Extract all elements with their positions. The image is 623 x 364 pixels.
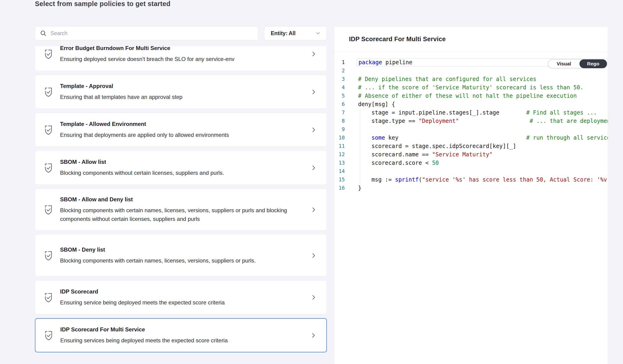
shield-check-icon	[44, 125, 53, 135]
entity-filter-dropdown[interactable]: Entity: All	[264, 26, 327, 41]
policy-title: Error Budget Burndown For Multi Service	[60, 46, 234, 52]
line-number: 5	[334, 92, 345, 100]
search-box[interactable]	[35, 26, 258, 41]
policy-desc: Ensuring that deployments are applied on…	[60, 130, 229, 139]
policy-title: IDP Scorecard	[60, 288, 225, 295]
line-number: 13	[334, 159, 345, 167]
shield-check-icon	[44, 87, 53, 97]
policy-list-item-selected[interactable]: IDP Scorecard For Multi Service Ensuring…	[35, 318, 327, 352]
policy-desc: Ensuring service being deployed meets th…	[60, 298, 225, 307]
chevron-right-icon	[310, 164, 317, 171]
shield-check-icon	[44, 163, 53, 173]
code-line: 8 stage.type == "Deployment" # ... that …	[334, 117, 608, 125]
line-number: 14	[334, 167, 345, 175]
shield-check-icon	[44, 292, 53, 302]
code-line-content: msg := sprintf("service '%s' has score l…	[357, 175, 608, 184]
line-number: 11	[334, 142, 345, 150]
code-line: 3# Deny pipelines that are configured fo…	[334, 75, 608, 83]
chevron-right-icon	[310, 294, 317, 301]
policy-title: Template - Allowed Environment	[60, 121, 229, 128]
chevron-right-icon	[310, 206, 317, 213]
line-number: 9	[334, 125, 345, 134]
policy-list-item[interactable]: SBOM - Allow list Blocking components wi…	[35, 150, 327, 185]
chevron-down-icon	[315, 30, 321, 36]
policy-title: SBOM - Allow list	[60, 158, 224, 166]
code-line: 5# Absence of either of these will not h…	[334, 92, 608, 100]
chevron-right-icon	[310, 88, 317, 95]
code-line-content	[357, 125, 608, 134]
code-line-content: # ... if the score of 'Service Maturity'…	[357, 83, 608, 92]
detail-header: IDP Scorecard For Multi Service	[334, 26, 608, 52]
line-number: 3	[334, 75, 345, 83]
policy-detail-panel: IDP Scorecard For Multi Service Visual R…	[334, 26, 608, 364]
policy-list-item[interactable]: IDP Scorecard Ensuring service being dep…	[35, 280, 327, 314]
policy-list-item[interactable]: Template - Allowed Environment Ensuring …	[35, 113, 327, 147]
line-number: 7	[334, 108, 345, 117]
line-number: 4	[334, 83, 345, 92]
policy-desc: Blocking components without certain lice…	[60, 169, 224, 177]
chevron-right-icon	[310, 126, 317, 133]
code-line-content: # Absence of either of these will not ha…	[357, 92, 608, 100]
line-number: 15	[334, 175, 345, 184]
line-number: 2	[334, 66, 345, 75]
code-line-content: deny[msg] {	[357, 100, 608, 108]
policy-list: Error Budget Burndown For Multi Service …	[35, 46, 327, 364]
shield-check-icon	[44, 205, 53, 215]
policy-desc: Ensuring services being deployed meets t…	[60, 336, 228, 345]
line-number: 10	[334, 134, 345, 142]
search-input[interactable]	[50, 30, 254, 37]
policy-desc: Blocking components with certain names, …	[60, 206, 306, 223]
line-number: 1	[334, 58, 345, 66]
code-line-content	[357, 167, 608, 175]
page-title: Select from sample policies to get start…	[35, 0, 170, 8]
policy-title: Template - Approval	[60, 83, 182, 90]
policy-desc: Blocking components with certain names, …	[60, 256, 256, 265]
code-line: 16}	[334, 184, 608, 192]
rego-code-editor[interactable]: 1package pipeline23# Deny pipelines that…	[334, 52, 608, 364]
code-line: 11 scorecard = stage.spec.idpScorecard[k…	[334, 142, 608, 150]
policy-list-item[interactable]: Template - Approval Ensuring that all te…	[35, 75, 327, 109]
code-line-content: stage.type == "Deployment" # ... that ar…	[357, 117, 608, 125]
shield-check-icon	[44, 250, 53, 261]
policy-title: IDP Scorecard For Multi Service	[60, 326, 228, 333]
code-line: 6deny[msg] {	[334, 100, 608, 108]
chevron-right-icon	[310, 332, 317, 339]
code-line: 9	[334, 125, 608, 134]
code-line-content: stage = input.pipeline.stages[_].stage #…	[357, 108, 608, 117]
line-number: 8	[334, 117, 345, 125]
shield-check-icon	[44, 330, 53, 341]
policy-list-item[interactable]: Error Budget Burndown For Multi Service …	[35, 46, 327, 71]
shield-check-icon	[44, 49, 53, 59]
code-line-content: scorecard.score < 50	[357, 159, 608, 167]
line-number: 16	[334, 184, 345, 192]
code-line-content: # Deny pipelines that are configured for…	[357, 75, 608, 83]
code-line-content: }	[357, 184, 608, 192]
code-line: 13 scorecard.score < 50	[334, 159, 608, 167]
visual-rego-toggle[interactable]: Visual Rego	[548, 59, 607, 68]
line-number: 6	[334, 100, 345, 108]
toggle-visual-button[interactable]: Visual	[548, 60, 579, 68]
code-line: 7 stage = input.pipeline.stages[_].stage…	[334, 108, 608, 117]
code-line: 12 scorecard.name == "Service Maturity"	[334, 150, 608, 159]
code-line-content: scorecard.name == "Service Maturity"	[357, 150, 608, 159]
code-lines: 1package pipeline23# Deny pipelines that…	[334, 58, 608, 192]
policy-list-item[interactable]: SBOM - Allow and Deny list Blocking comp…	[35, 189, 327, 231]
toggle-rego-button[interactable]: Rego	[579, 59, 607, 68]
code-line: 14	[334, 167, 608, 175]
policy-title: SBOM - Deny list	[60, 246, 256, 253]
chevron-right-icon	[310, 50, 317, 58]
policy-list-item[interactable]: SBOM - Deny list Blocking components wit…	[35, 234, 327, 277]
search-icon	[40, 30, 47, 37]
code-line-content: some key # run through all services	[357, 134, 608, 142]
entity-filter-label: Entity: All	[271, 30, 315, 37]
policy-title: SBOM - Allow and Deny list	[60, 196, 306, 203]
detail-title: IDP Scorecard For Multi Service	[349, 36, 445, 43]
chevron-right-icon	[310, 252, 317, 259]
indent-guide	[360, 108, 360, 184]
line-number: 12	[334, 150, 345, 159]
code-line-content: scorecard = stage.spec.idpScorecard[key]…	[357, 142, 608, 150]
policy-desc: Ensuring deployed service doesn't breach…	[60, 55, 234, 63]
code-line: 15 msg := sprintf("service '%s' has scor…	[334, 175, 608, 184]
policy-desc: Ensuring that all templates have an appr…	[60, 93, 182, 101]
code-line: 4# ... if the score of 'Service Maturity…	[334, 83, 608, 92]
